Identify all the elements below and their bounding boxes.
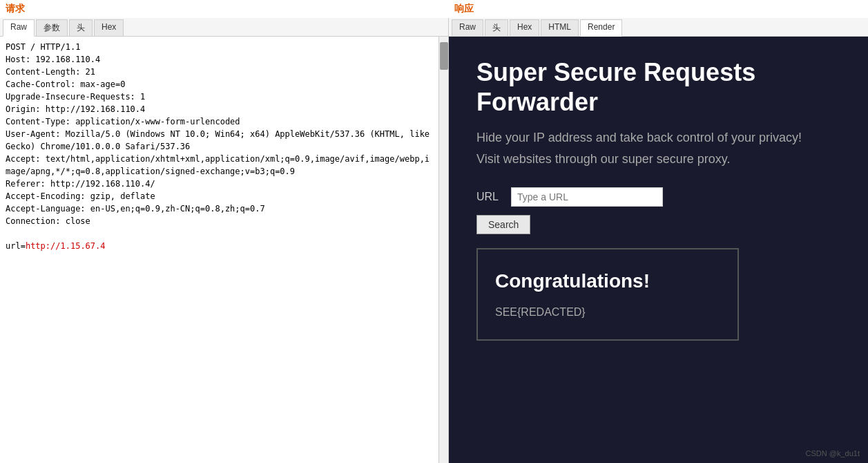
response-tabs: Raw 头 Hex HTML Render bbox=[449, 18, 868, 36]
watermark: CSDN @k_du1t bbox=[806, 449, 860, 457]
tab-request-params[interactable]: 参数 bbox=[36, 19, 68, 36]
url-input[interactable] bbox=[511, 187, 663, 207]
response-render-pane: Super Secure Requests Forwarder Hide you… bbox=[449, 37, 868, 463]
url-label: URL bbox=[476, 191, 504, 203]
scrollbar-thumb[interactable] bbox=[440, 42, 448, 70]
request-text-content: POST / HTTP/1.1 Host: 192.168.110.4 Cont… bbox=[0, 37, 438, 463]
tab-request-hex[interactable]: Hex bbox=[94, 19, 124, 36]
response-label: 响应 bbox=[449, 0, 868, 18]
congrats-title: Congratulations! bbox=[495, 270, 720, 292]
section-labels: 请求 响应 bbox=[0, 0, 868, 18]
tab-response-html[interactable]: HTML bbox=[541, 19, 579, 36]
tab-response-raw[interactable]: Raw bbox=[452, 19, 483, 36]
request-pane: POST / HTTP/1.1 Host: 192.168.110.4 Cont… bbox=[0, 37, 449, 463]
main-content: POST / HTTP/1.1 Host: 192.168.110.4 Cont… bbox=[0, 37, 868, 463]
congratulations-box: Congratulations! SEE{REDACTED} bbox=[476, 248, 739, 341]
request-label: 请求 bbox=[0, 0, 449, 18]
tab-request-raw[interactable]: Raw bbox=[3, 19, 35, 37]
request-tabs: Raw 参数 头 Hex bbox=[0, 18, 449, 36]
tab-response-head[interactable]: 头 bbox=[485, 19, 508, 36]
congrats-text: SEE{REDACTED} bbox=[495, 306, 720, 319]
app-title: Super Secure Requests Forwarder bbox=[476, 57, 840, 117]
tab-response-render[interactable]: Render bbox=[580, 19, 622, 37]
url-row: URL bbox=[476, 187, 840, 207]
app-subtitle: Hide your IP address and take back contr… bbox=[476, 131, 840, 145]
tab-response-hex[interactable]: Hex bbox=[510, 19, 539, 36]
tabs-row: Raw 参数 头 Hex Raw 头 Hex HTML Render bbox=[0, 18, 868, 37]
scrollbar[interactable] bbox=[438, 37, 448, 463]
search-button[interactable]: Search bbox=[476, 215, 530, 234]
tab-request-head[interactable]: 头 bbox=[69, 19, 93, 36]
app-description: Visit websites through our super secure … bbox=[476, 152, 840, 167]
